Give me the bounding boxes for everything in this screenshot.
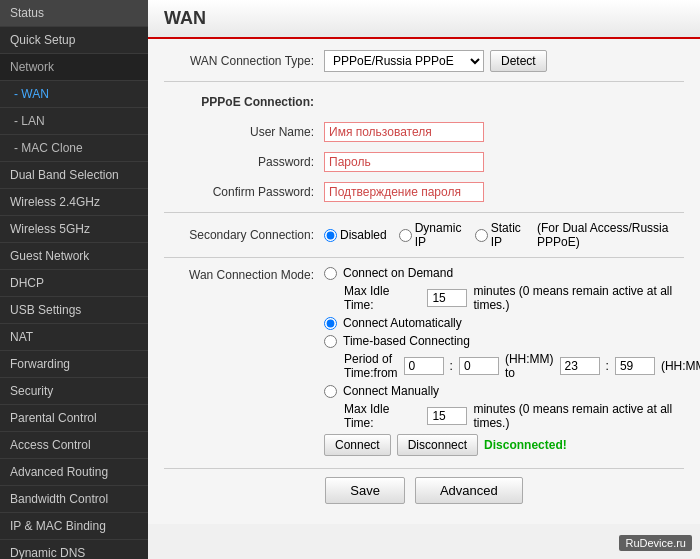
time-from-h-input[interactable] [404, 357, 444, 375]
connect-on-demand-label: Connect on Demand [343, 266, 453, 280]
password-row: Password: [164, 150, 684, 174]
sidebar-item-advanced-routing[interactable]: Advanced Routing [0, 459, 148, 486]
sidebar-item-forwarding[interactable]: Forwarding [0, 351, 148, 378]
sidebar-item-parental-control[interactable]: Parental Control [0, 405, 148, 432]
disconnected-status: Disconnected! [484, 438, 567, 452]
wan-connection-type-control: PPPoE/Russia PPPoE Detect [324, 50, 547, 72]
secondary-static-ip-option[interactable]: Static IP [475, 221, 525, 249]
save-button[interactable]: Save [325, 477, 405, 504]
max-idle-time-label-2: Max Idle Time: [344, 402, 421, 430]
sidebar-item-dhcp[interactable]: DHCP [0, 270, 148, 297]
max-idle-time-label-1: Max Idle Time: [344, 284, 421, 312]
sidebar-item-wan[interactable]: - WAN [0, 81, 148, 108]
sidebar-item-ip-mac-binding[interactable]: IP & MAC Binding [0, 513, 148, 540]
password-control [324, 152, 484, 172]
sidebar-item-lan[interactable]: - LAN [0, 108, 148, 135]
confirm-password-label: Confirm Password: [164, 185, 324, 199]
time-based-label: Time-based Connecting [343, 334, 470, 348]
max-idle-time-input-2[interactable] [427, 407, 467, 425]
sidebar-item-dual-band[interactable]: Dual Band Selection [0, 162, 148, 189]
username-label: User Name: [164, 125, 324, 139]
divider-2 [164, 212, 684, 213]
password-label: Password: [164, 155, 324, 169]
pppoe-section: PPPoE Connection: [164, 90, 684, 114]
pppoe-section-label: PPPoE Connection: [164, 95, 324, 109]
wan-connection-mode-options: Connect on Demand Max Idle Time: minutes… [324, 266, 700, 460]
confirm-password-row: Confirm Password: [164, 180, 684, 204]
max-idle-note-2: minutes (0 means remain active at all ti… [473, 402, 700, 430]
time-to-m-input[interactable] [615, 357, 655, 375]
connect-on-demand-radio[interactable] [324, 267, 337, 280]
advanced-button[interactable]: Advanced [415, 477, 523, 504]
wan-connection-mode-row: Wan Connection Mode: Connect on Demand M… [164, 266, 684, 460]
sidebar-item-wireless-5[interactable]: Wireless 5GHz [0, 216, 148, 243]
connect-automatically-row: Connect Automatically [324, 316, 700, 330]
username-row: User Name: [164, 120, 684, 144]
time-based-connecting-row: Time-based Connecting [324, 334, 700, 348]
sidebar: Status Quick Setup Network - WAN - LAN -… [0, 0, 148, 559]
secondary-connection-row: Secondary Connection: Disabled Dynamic I… [164, 221, 684, 249]
time-to-h-input[interactable] [560, 357, 600, 375]
colon-2: : [606, 359, 609, 373]
wan-connection-type-row: WAN Connection Type: PPPoE/Russia PPPoE … [164, 49, 684, 73]
secondary-dynamic-ip-radio[interactable] [399, 229, 412, 242]
sidebar-item-access-control[interactable]: Access Control [0, 432, 148, 459]
connect-disconnect-row: Connect Disconnect Disconnected! [324, 434, 700, 456]
connect-manually-label: Connect Manually [343, 384, 439, 398]
sidebar-item-status[interactable]: Status [0, 0, 148, 27]
wan-connection-type-select[interactable]: PPPoE/Russia PPPoE [324, 50, 484, 72]
sidebar-item-wireless-24[interactable]: Wireless 2.4GHz [0, 189, 148, 216]
sidebar-item-guest-network[interactable]: Guest Network [0, 243, 148, 270]
secondary-disabled-option[interactable]: Disabled [324, 228, 387, 242]
confirm-password-control [324, 182, 484, 202]
password-input[interactable] [324, 152, 484, 172]
sidebar-item-nat[interactable]: NAT [0, 324, 148, 351]
connect-on-demand-row: Connect on Demand [324, 266, 700, 280]
connect-automatically-label: Connect Automatically [343, 316, 462, 330]
max-idle-time-row-2: Max Idle Time: minutes (0 means remain a… [344, 402, 700, 430]
connect-automatically-radio[interactable] [324, 317, 337, 330]
secondary-static-ip-label: Static IP [491, 221, 525, 249]
max-idle-note-1: minutes (0 means remain active at all ti… [473, 284, 700, 312]
sidebar-item-mac-clone[interactable]: - MAC Clone [0, 135, 148, 162]
time-period-row: Period of Time:from : (HH:MM) to : (HH:M… [344, 352, 700, 380]
secondary-dynamic-ip-option[interactable]: Dynamic IP [399, 221, 463, 249]
sidebar-item-dynamic-dns[interactable]: Dynamic DNS [0, 540, 148, 559]
sidebar-item-usb-settings[interactable]: USB Settings [0, 297, 148, 324]
sidebar-item-quick-setup[interactable]: Quick Setup [0, 27, 148, 54]
rudevice-badge: RuDevice.ru [619, 535, 692, 551]
secondary-disabled-label: Disabled [340, 228, 387, 242]
time-format2-label: (HH:MM) [661, 359, 700, 373]
page-title: WAN [148, 0, 700, 39]
disconnect-button[interactable]: Disconnect [397, 434, 478, 456]
secondary-connection-label: Secondary Connection: [164, 228, 324, 242]
connect-manually-radio[interactable] [324, 385, 337, 398]
divider-3 [164, 257, 684, 258]
confirm-password-input[interactable] [324, 182, 484, 202]
secondary-static-ip-radio[interactable] [475, 229, 488, 242]
time-format-label: (HH:MM) to [505, 352, 554, 380]
sidebar-item-bandwidth-control[interactable]: Bandwidth Control [0, 486, 148, 513]
main-content: WAN WAN Connection Type: PPPoE/Russia PP… [148, 0, 700, 559]
wan-connection-type-label: WAN Connection Type: [164, 54, 324, 68]
period-of-time-label: Period of Time:from [344, 352, 398, 380]
detect-button[interactable]: Detect [490, 50, 547, 72]
username-control [324, 122, 484, 142]
time-from-m-input[interactable] [459, 357, 499, 375]
username-input[interactable] [324, 122, 484, 142]
footer-buttons: Save Advanced [164, 468, 684, 514]
secondary-note: (For Dual Access/Russia PPPoE) [537, 221, 684, 249]
connect-button[interactable]: Connect [324, 434, 391, 456]
max-idle-time-input-1[interactable] [427, 289, 467, 307]
secondary-connection-control: Disabled Dynamic IP Static IP (For Dual … [324, 221, 684, 249]
secondary-dynamic-ip-label: Dynamic IP [415, 221, 463, 249]
secondary-disabled-radio[interactable] [324, 229, 337, 242]
divider-1 [164, 81, 684, 82]
max-idle-time-row-1: Max Idle Time: minutes (0 means remain a… [344, 284, 700, 312]
connect-manually-row: Connect Manually [324, 384, 700, 398]
colon-1: : [450, 359, 453, 373]
time-based-radio[interactable] [324, 335, 337, 348]
sidebar-group-network: Network [0, 54, 148, 81]
sidebar-item-security[interactable]: Security [0, 378, 148, 405]
wan-connection-mode-label: Wan Connection Mode: [164, 266, 324, 282]
